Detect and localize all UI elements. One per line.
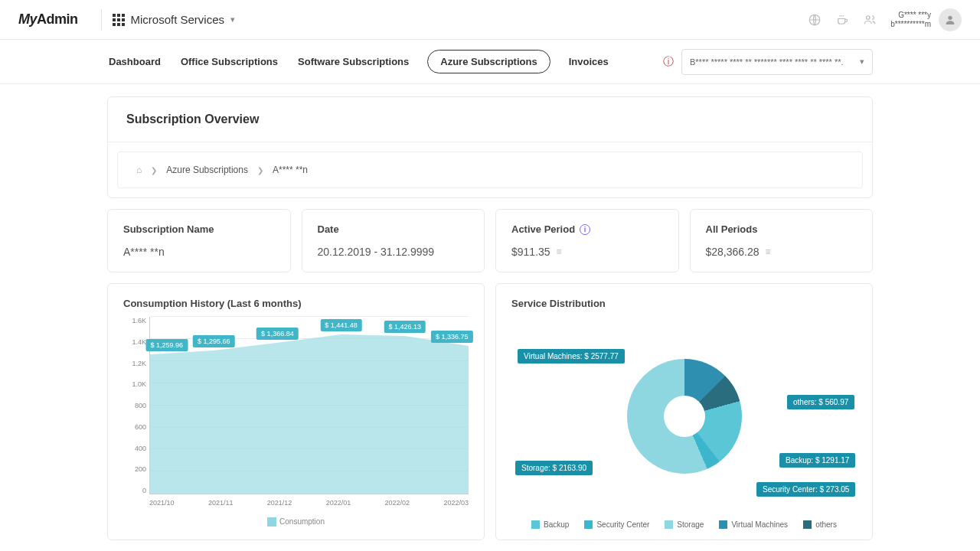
info-label: Subscription Name (123, 223, 275, 235)
breadcrumb-level2: A**** **n (273, 165, 308, 175)
page-title: Subscription Overview (108, 97, 872, 142)
divider (101, 9, 102, 31)
legend-item[interactable]: others (803, 520, 837, 529)
subscription-filter-value: B**** ***** **** ** ******* **** **** **… (690, 57, 844, 67)
chart-service-distribution: Service Distribution Virtual Machines: $… (495, 283, 873, 540)
plot-area: $ 1,259.96$ 1,295.66$ 1,366.84$ 1,441.48… (149, 317, 469, 494)
list-icon[interactable]: ≡ (766, 246, 769, 257)
legend-item[interactable]: Virtual Machines (719, 520, 788, 529)
breadcrumb: ⌂ ❯ Azure Subscriptions ❯ A**** **n (117, 152, 863, 188)
info-value: $28,366.28 (706, 246, 760, 258)
pie-label: Storage: $ 2163.90 (515, 461, 593, 475)
info-label: All Periods (706, 223, 858, 235)
chart-title: Consumption History (Last 6 months) (123, 298, 469, 309)
donut-chart: Virtual Machines: $ 2577.77others: $ 560… (511, 317, 857, 516)
pie-label: others: $ 560.97 (787, 395, 854, 409)
data-label: $ 1,441.48 (320, 319, 362, 331)
data-label: $ 1,259.96 (146, 339, 188, 351)
y-axis: 1.6K1.4K1.2K1.0K8006004002000 (123, 317, 146, 494)
users-icon[interactable] (863, 13, 877, 27)
pie-label: Virtual Machines: $ 2577.77 (518, 349, 625, 364)
home-icon[interactable]: ⌂ (136, 165, 142, 175)
data-label: $ 1,426.13 (384, 321, 426, 333)
user-name: G**** ***y (898, 11, 931, 20)
info-value: 20.12.2019 - 31.12.9999 (318, 246, 469, 258)
list-icon[interactable]: ≡ (557, 246, 560, 257)
x-axis: 2021/102021/112021/122022/012022/022022/… (149, 494, 469, 516)
brand-logo[interactable]: MyAdmin (18, 11, 78, 28)
subscription-filter-select[interactable]: B**** ***** **** ** ******* **** **** **… (681, 49, 873, 75)
globe-icon[interactable] (808, 13, 822, 27)
tab-office-subscriptions[interactable]: Office Subscriptions (179, 50, 279, 73)
info-label: Active Period i (511, 223, 663, 235)
service-selector[interactable]: Microsoft Services ▾ (113, 13, 236, 26)
legend-item[interactable]: Security Center (584, 520, 649, 529)
chevron-down-icon: ▾ (860, 57, 864, 67)
apps-grid-icon (113, 14, 125, 26)
legend-item[interactable]: Backup (531, 520, 569, 529)
chart-legend: BackupSecurity CenterStorageVirtual Mach… (511, 520, 857, 529)
alert-icon[interactable]: ⓘ (663, 55, 674, 69)
legend-item[interactable]: Storage (665, 520, 704, 529)
chevron-right-icon: ❯ (257, 166, 263, 174)
info-card-subscription-name: Subscription Name A**** **n (107, 209, 291, 272)
data-label: $ 1,295.66 (193, 335, 235, 347)
info-label: Date (318, 223, 469, 235)
tabs: DashboardOffice SubscriptionsSoftware Su… (107, 50, 610, 73)
data-label: $ 1,336.75 (431, 331, 473, 343)
pie-label: Security Center: $ 273.05 (756, 482, 855, 497)
user-menu[interactable]: G**** ***y b**********m (890, 8, 962, 31)
chevron-right-icon: ❯ (151, 166, 157, 174)
info-card-all-periods: All Periods $28,366.28≡ (690, 209, 874, 272)
info-value: $911.35 (511, 246, 550, 258)
tab-software-subscriptions[interactable]: Software Subscriptions (296, 50, 410, 73)
user-org: b**********m (890, 20, 931, 29)
service-selector-label: Microsoft Services (131, 13, 225, 26)
svg-point-1 (867, 15, 871, 19)
tab-azure-subscriptions[interactable]: Azure Subscriptions (427, 50, 550, 73)
info-card-date: Date 20.12.2019 - 31.12.9999 (302, 209, 485, 272)
info-value: A**** **n (123, 246, 275, 258)
pie-label: Backup: $ 1291.17 (779, 453, 855, 468)
chart-consumption-history: Consumption History (Last 6 months) 1.6K… (107, 283, 485, 540)
info-card-active-period: Active Period i $911.35≡ (495, 209, 679, 272)
avatar[interactable] (939, 8, 962, 31)
tab-invoices[interactable]: Invoices (567, 50, 610, 73)
data-label: $ 1,366.84 (256, 328, 299, 340)
svg-point-2 (948, 15, 952, 19)
tab-dashboard[interactable]: Dashboard (107, 50, 162, 73)
coffee-icon[interactable] (835, 13, 849, 27)
chevron-down-icon: ▾ (230, 15, 235, 24)
chart-title: Service Distribution (511, 298, 857, 309)
chart-legend: Consumption (123, 517, 469, 527)
info-tooltip-icon[interactable]: i (580, 224, 590, 235)
breadcrumb-level1[interactable]: Azure Subscriptions (166, 165, 248, 175)
